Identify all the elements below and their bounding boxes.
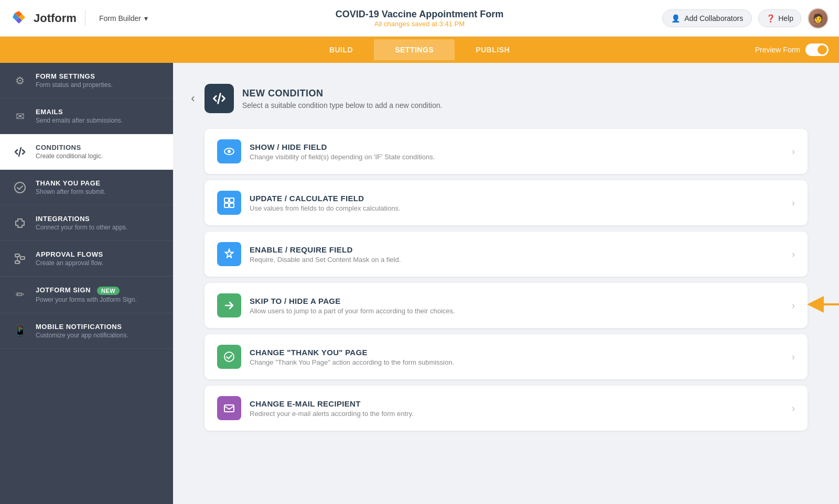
sidebar-form-settings-subtitle: Form status and properties.: [36, 81, 160, 89]
mobile-icon: 📱: [13, 323, 27, 338]
update-calculate-desc: Use values from fields to do complex cal…: [250, 204, 783, 212]
header-right: 👤 Add Collaborators ❓ Help 🧑: [662, 8, 829, 29]
approval-icon: [13, 251, 27, 266]
change-thankyou-desc: Change "Thank You Page" action according…: [250, 358, 783, 366]
new-badge: NEW: [97, 287, 120, 295]
avatar-image: 🧑: [809, 9, 827, 28]
sidebar-item-thankyou[interactable]: THANK YOU PAGE Shown after form submit.: [0, 170, 173, 205]
sidebar-jotform-sign-subtitle: Power your forms with Jotform Sign.: [36, 296, 160, 303]
card-change-email[interactable]: CHANGE E-MAIL RECIPIENT Redirect your e-…: [205, 386, 808, 431]
condition-cards: SHOW / HIDE FIELD Change visibility of f…: [205, 129, 808, 431]
sidebar-integrations-subtitle: Connect your form to other apps.: [36, 224, 160, 231]
header-divider: [85, 10, 85, 26]
sidebar-item-emails[interactable]: ✉ EMAILS Send emails after submissions.: [0, 98, 173, 134]
show-hide-icon: [217, 139, 241, 163]
sidebar-item-mobile-notifications[interactable]: 📱 MOBILE NOTIFICATIONS Customize your ap…: [0, 313, 173, 349]
change-email-desc: Redirect your e-mail alerts according to…: [250, 410, 783, 418]
sidebar-item-approval-flows[interactable]: APPROVAL FLOWS Create an approval flow.: [0, 241, 173, 277]
skip-hide-icon: [217, 293, 241, 317]
chevron-right-icon: ›: [792, 300, 795, 311]
card-change-thankyou[interactable]: CHANGE "THANK YOU" PAGE Change "Thank Yo…: [205, 334, 808, 379]
card-skip-hide-page[interactable]: SKIP TO / HIDE A PAGE Allow users to jum…: [205, 283, 808, 328]
sidebar-conditions-subtitle: Create conditional logic.: [36, 152, 160, 160]
update-calculate-icon: [217, 191, 241, 215]
card-update-calculate[interactable]: UPDATE / CALCULATE FIELD Use values from…: [205, 180, 808, 225]
main-layout: ⚙ FORM SETTINGS Form status and properti…: [0, 63, 839, 504]
tab-settings[interactable]: SETTINGS: [374, 39, 455, 60]
chevron-down-icon: ▾: [144, 14, 148, 23]
show-hide-desc: Change visibility of field(s) depending …: [250, 153, 783, 161]
sidebar-thankyou-subtitle: Shown after form submit.: [36, 188, 160, 195]
svg-rect-4: [20, 257, 25, 259]
enable-require-icon: [217, 242, 241, 266]
enable-require-desc: Require, Disable and Set Content Mask on…: [250, 256, 783, 264]
form-title: COVID-19 Vaccine Appointment Form: [336, 9, 503, 20]
update-calculate-title: UPDATE / CALCULATE FIELD: [250, 194, 783, 203]
sidebar: ⚙ FORM SETTINGS Form status and properti…: [0, 63, 173, 504]
show-hide-title: SHOW / HIDE FIELD: [250, 143, 783, 151]
header-center: COVID-19 Vaccine Appointment Form All ch…: [336, 9, 503, 28]
form-builder-button[interactable]: Form Builder ▾: [94, 11, 153, 26]
tab-publish[interactable]: PUBLISH: [455, 39, 531, 60]
gear-icon: ⚙: [13, 73, 27, 88]
change-thankyou-icon: [217, 345, 241, 369]
skip-hide-desc: Allow users to jump to a part of your fo…: [250, 307, 783, 315]
new-condition-text: NEW CONDITION Select a suitable conditio…: [242, 88, 442, 109]
sidebar-item-jotform-sign[interactable]: ✏ JOTFORM SIGN NEW Power your forms with…: [0, 277, 173, 313]
svg-point-1: [15, 182, 25, 193]
envelope-icon: ✉: [13, 109, 27, 124]
svg-point-6: [228, 150, 231, 153]
help-button[interactable]: ❓ Help: [758, 9, 801, 27]
toggle-knob: [818, 45, 827, 54]
sidebar-approval-title: APPROVAL FLOWS: [36, 250, 160, 258]
svg-rect-12: [224, 405, 234, 412]
person-icon: 👤: [671, 14, 680, 23]
help-label: Help: [778, 14, 793, 23]
svg-rect-7: [224, 198, 229, 202]
main-content: ‹ NEW CONDITION Select a suitable condit…: [173, 63, 839, 504]
sidebar-mobile-title: MOBILE NOTIFICATIONS: [36, 323, 160, 331]
header-left: Jotform Form Builder ▾: [10, 9, 153, 28]
header: Jotform Form Builder ▾ COVID-19 Vaccine …: [0, 0, 839, 37]
jotform-logo-icon: [10, 9, 29, 28]
change-email-icon: [217, 396, 241, 420]
sidebar-emails-subtitle: Send emails after submissions.: [36, 117, 160, 124]
change-thankyou-title: CHANGE "THANK YOU" PAGE: [250, 348, 783, 357]
chevron-right-icon: ›: [792, 403, 795, 414]
avatar[interactable]: 🧑: [808, 8, 829, 29]
preview-toggle[interactable]: [805, 43, 829, 56]
sidebar-approval-subtitle: Create an approval flow.: [36, 259, 160, 267]
enable-require-title: ENABLE / REQUIRE FIELD: [250, 245, 783, 254]
chevron-right-icon: ›: [792, 146, 795, 157]
add-collaborators-button[interactable]: 👤 Add Collaborators: [662, 9, 752, 27]
chevron-right-icon: ›: [792, 249, 795, 260]
saved-status: All changes saved at 3:41 PM: [336, 20, 503, 28]
preview-form-label: Preview Form: [755, 46, 800, 54]
skip-hide-title: SKIP TO / HIDE A PAGE: [250, 297, 783, 305]
sidebar-item-integrations[interactable]: INTEGRATIONS Connect your form to other …: [0, 205, 173, 241]
change-email-title: CHANGE E-MAIL RECIPIENT: [250, 399, 783, 408]
logo[interactable]: Jotform: [10, 9, 77, 28]
sidebar-jotform-sign-title: JOTFORM SIGN NEW: [36, 286, 160, 295]
question-icon: ❓: [766, 14, 775, 23]
add-collaborators-label: Add Collaborators: [684, 14, 743, 23]
puzzle-icon: [13, 216, 27, 231]
new-condition-header: NEW CONDITION Select a suitable conditio…: [205, 84, 808, 113]
card-show-hide[interactable]: SHOW / HIDE FIELD Change visibility of f…: [205, 129, 808, 174]
chevron-right-icon: ›: [792, 198, 795, 209]
svg-rect-10: [230, 203, 234, 207]
new-condition-title: NEW CONDITION: [242, 88, 442, 99]
tabs-group: BUILD SETTINGS PUBLISH: [308, 39, 531, 60]
sidebar-item-form-settings[interactable]: ⚙ FORM SETTINGS Form status and properti…: [0, 63, 173, 98]
arrow-annotation: [808, 291, 839, 320]
card-enable-require[interactable]: ENABLE / REQUIRE FIELD Require, Disable …: [205, 232, 808, 277]
logo-text: Jotform: [34, 12, 77, 25]
svg-rect-9: [224, 203, 229, 207]
sidebar-emails-title: EMAILS: [36, 108, 160, 116]
sidebar-form-settings-title: FORM SETTINGS: [36, 72, 160, 80]
back-button[interactable]: ‹: [184, 89, 202, 108]
pen-icon: ✏: [13, 287, 27, 302]
tab-build[interactable]: BUILD: [308, 39, 374, 60]
sidebar-item-conditions[interactable]: CONDITIONS Create conditional logic.: [0, 134, 173, 170]
svg-rect-8: [230, 198, 234, 202]
